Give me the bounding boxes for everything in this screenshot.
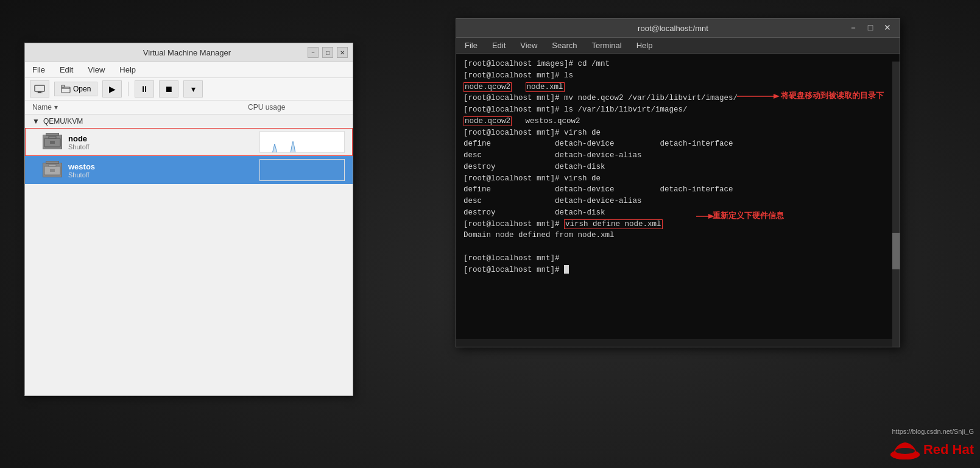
svg-rect-1 [38, 91, 41, 93]
terminal-maximize-button[interactable]: □ [864, 23, 876, 34]
terminal-window-buttons: － □ ✕ [847, 23, 894, 34]
redhat-text: Red Hat [923, 442, 974, 458]
vm-name-node: node [68, 134, 259, 143]
svg-rect-7 [50, 141, 55, 144]
highlight-node-qcow2-2: node.qcow2 [464, 116, 512, 126]
vm-row-westos[interactable]: westos Shutoff [25, 156, 353, 184]
terminal-menubar: File Edit View Search Terminal Help [456, 38, 900, 54]
vmm-open-label: Open [73, 85, 91, 93]
vmm-screen-button[interactable] [30, 80, 49, 98]
vm-status-westos: Shutoff [68, 171, 259, 179]
vmm-titlebar: Virtual Machine Manager － □ ✕ [25, 43, 353, 62]
terminal-close-button[interactable]: ✕ [881, 23, 894, 34]
term-line-15: [root@localhost mnt]# virsh define node.… [464, 219, 892, 230]
terminal-menu-search[interactable]: Search [549, 40, 579, 51]
term-line-1: [root@localhost images]# cd /mnt [464, 58, 892, 70]
terminal-cursor [564, 265, 569, 274]
vmm-stop-button[interactable]: ⏹ [159, 80, 178, 98]
terminal-title: root@localhost:/mnt [499, 24, 847, 33]
svg-rect-0 [35, 85, 44, 91]
term-line-5: [root@localhost mnt]# ls /var/lib/libvir… [464, 104, 892, 116]
term-line-16: Domain node defined from node.xml [464, 230, 892, 241]
highlight-virsh-define: virsh define node.xml [564, 219, 663, 229]
term-line-7: [root@localhost mnt]# virsh de [464, 127, 892, 139]
vmm-title: Virtual Machine Manager [66, 48, 308, 57]
terminal-menu-edit[interactable]: Edit [490, 40, 508, 51]
term-line-11: [root@localhost mnt]# virsh de [464, 173, 892, 185]
term-line-6: node.qcow2 westos.qcow2 [464, 116, 892, 127]
group-chevron-icon: ▼ [32, 117, 40, 126]
terminal-menu-terminal[interactable]: Terminal [590, 40, 624, 51]
vmm-close-button[interactable]: ✕ [337, 47, 348, 58]
vmm-menu-help[interactable]: Help [117, 64, 138, 76]
svg-rect-6 [49, 136, 56, 138]
vm-info-westos: westos Shutoff [68, 162, 259, 179]
highlight-node-qcow2: node.qcow2 [464, 82, 512, 92]
vmm-list-header: Name ▾ CPU usage [25, 101, 353, 115]
vmm-window-buttons: － □ ✕ [308, 47, 348, 58]
vm-name-westos: westos [68, 162, 259, 171]
vmm-menubar: File Edit View Help [25, 62, 353, 78]
terminal-scrollbar-thumb[interactable] [892, 233, 900, 269]
vmm-toolbar: Open ▶ ⏸ ⏹ ▾ [25, 78, 353, 101]
vm-cpu-chart-node [259, 131, 345, 153]
term-line-8: define detach-device detach-interface [464, 138, 892, 150]
vm-icon-node [43, 135, 62, 149]
vmm-pause-button[interactable]: ⏸ [135, 80, 154, 98]
term-line-18: [root@localhost mnt]# [464, 253, 892, 264]
redhat-url: https://blog.csdn.net/Snji_G [892, 428, 974, 435]
vm-group-label: ▼ QEMU/KVM [25, 115, 353, 128]
term-line-19: [root@localhost mnt]# [464, 264, 892, 276]
vm-icon-westos [43, 163, 62, 177]
cpu-column-header: CPU usage [248, 103, 345, 112]
vmm-open-button[interactable]: Open [54, 82, 97, 96]
term-line-9: desc detach-device-alias [464, 150, 892, 161]
svg-rect-4 [62, 85, 65, 87]
vm-cpu-chart-westos [259, 159, 345, 181]
terminal-titlebar: root@localhost:/mnt － □ ✕ [456, 19, 900, 38]
terminal-scrollbar[interactable] [892, 62, 900, 347]
svg-point-17 [895, 448, 915, 454]
vm-info-node: node Shutoff [68, 134, 259, 151]
term-line-10: destroy detach-disk [464, 161, 892, 173]
term-line-2: [root@localhost mnt]# ls [464, 70, 892, 82]
vmm-minimize-button[interactable]: － [308, 47, 319, 58]
terminal-minimize-button[interactable]: － [847, 23, 859, 34]
toolbar-separator [128, 82, 129, 96]
term-line-14: destroy detach-disk [464, 207, 892, 219]
highlight-node-xml: node.xml [526, 82, 565, 92]
term-line-12: define detach-device detach-interface [464, 184, 892, 196]
vm-status-node: Shutoff [68, 143, 259, 151]
terminal-menu-help[interactable]: Help [634, 40, 655, 51]
vmm-window: Virtual Machine Manager － □ ✕ File Edit … [24, 43, 353, 396]
vm-row-node[interactable]: node Shutoff [25, 128, 353, 156]
svg-rect-2 [37, 93, 43, 93]
vmm-maximize-button[interactable]: □ [322, 47, 333, 58]
annotation-move-disk: 将硬盘移动到被读取的目录下 [781, 90, 884, 101]
name-column-header: Name ▾ [32, 103, 248, 112]
vmm-more-button[interactable]: ▾ [183, 80, 203, 98]
svg-rect-9 [49, 165, 56, 166]
term-line-13: desc detach-device-alias [464, 196, 892, 207]
term-line-17 [464, 241, 892, 253]
svg-rect-3 [62, 87, 70, 93]
vmm-play-button[interactable]: ▶ [102, 80, 122, 98]
redhat-area: https://blog.csdn.net/Snji_G Red Hat [887, 428, 974, 462]
redhat-logo: Red Hat [887, 438, 974, 462]
terminal-menu-file[interactable]: File [462, 40, 480, 51]
vmm-menu-file[interactable]: File [30, 64, 48, 76]
sort-icon: ▾ [54, 103, 58, 112]
annotation-redefine: 重新定义下硬件信息 [713, 210, 784, 221]
vmm-menu-edit[interactable]: Edit [57, 64, 76, 76]
terminal-window: root@localhost:/mnt － □ ✕ File Edit View… [456, 18, 900, 347]
svg-rect-10 [50, 169, 55, 172]
terminal-menu-view[interactable]: View [518, 40, 540, 51]
vmm-menu-view[interactable]: View [85, 64, 107, 76]
